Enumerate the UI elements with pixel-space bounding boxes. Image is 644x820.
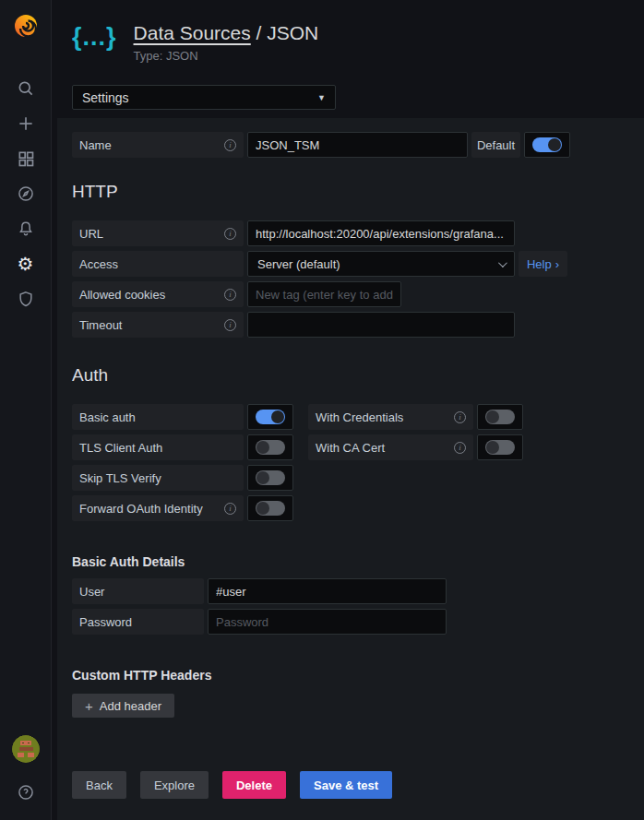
auth-section-heading: Auth: [72, 365, 629, 386]
plus-icon: +: [85, 698, 93, 714]
help-question-icon[interactable]: [7, 783, 44, 802]
create-plus-icon[interactable]: [7, 114, 44, 133]
user-label: User: [72, 578, 204, 604]
with-credentials-toggle[interactable]: [477, 404, 523, 430]
explore-button[interactable]: Explore: [140, 771, 209, 799]
grafana-logo-icon[interactable]: [7, 7, 44, 44]
caret-down-icon: ▼: [317, 93, 326, 102]
forward-oauth-identity-toggle[interactable]: [247, 495, 293, 521]
datasource-type-subtitle: Type: JSON: [134, 49, 319, 63]
chevron-down-icon: [498, 258, 507, 267]
auth-row-3: Skip TLS Verify: [72, 465, 629, 491]
auth-row-2: TLS Client Auth With CA Cert i: [72, 434, 629, 460]
info-icon[interactable]: i: [224, 139, 236, 151]
default-toggle[interactable]: [524, 132, 570, 158]
name-input[interactable]: [247, 132, 468, 158]
user-row: User: [72, 578, 629, 604]
user-input[interactable]: [208, 578, 447, 604]
back-button[interactable]: Back: [72, 771, 126, 799]
auth-row-1: Basic auth With Credentials i: [72, 404, 629, 430]
breadcrumb-link-data-sources[interactable]: Data Sources: [134, 22, 251, 43]
access-selected-value: Server (default): [257, 257, 340, 271]
alerting-bell-icon[interactable]: [7, 220, 44, 238]
settings-tab-label: Settings: [82, 90, 129, 105]
http-section-heading: HTTP: [72, 182, 629, 202]
skip-tls-verify-label: Skip TLS Verify: [72, 465, 244, 491]
url-input[interactable]: [247, 220, 515, 246]
password-input[interactable]: [208, 609, 447, 635]
info-icon[interactable]: i: [224, 228, 236, 240]
dashboards-grid-icon[interactable]: [7, 149, 44, 168]
basic-auth-label: Basic auth: [72, 404, 244, 430]
delete-button[interactable]: Delete: [222, 771, 286, 799]
breadcrumb: Data Sources / JSON: [134, 22, 319, 44]
basic-auth-toggle[interactable]: [247, 404, 293, 430]
page-header: {...} Data Sources / JSON Type: JSON: [52, 0, 644, 63]
breadcrumb-separator: /: [251, 22, 268, 43]
help-button[interactable]: Help ›: [519, 251, 567, 277]
action-bar: Back Explore Delete Save & test: [72, 771, 629, 799]
configuration-gear-icon[interactable]: ⚙: [7, 255, 44, 273]
url-label: URL i: [72, 220, 244, 246]
tls-client-auth-label: TLS Client Auth: [72, 434, 244, 460]
access-label: Access: [72, 251, 244, 277]
info-icon[interactable]: i: [224, 503, 236, 515]
timeout-input[interactable]: [247, 312, 515, 338]
url-row: URL i: [72, 220, 629, 246]
chevron-right-icon: ›: [555, 257, 559, 271]
breadcrumb-current: JSON: [267, 22, 318, 43]
info-icon[interactable]: i: [454, 411, 466, 423]
allowed-cookies-label: Allowed cookies i: [72, 281, 244, 307]
allowed-cookies-input[interactable]: [247, 281, 401, 307]
default-label: Default: [471, 132, 520, 158]
custom-http-headers-heading: Custom HTTP Headers: [72, 668, 629, 683]
user-avatar[interactable]: [12, 735, 40, 763]
password-row: Password: [72, 609, 629, 635]
with-credentials-label: With Credentials i: [308, 404, 473, 430]
timeout-row: Timeout i: [72, 312, 629, 338]
with-ca-cert-toggle[interactable]: [477, 434, 523, 460]
settings-tab-select[interactable]: Settings ▼: [72, 85, 336, 110]
info-icon[interactable]: i: [224, 289, 236, 301]
auth-row-4: Forward OAuth Identity i: [72, 495, 629, 521]
timeout-label: Timeout i: [72, 312, 244, 338]
access-row: Access Server (default) Help ›: [72, 251, 629, 277]
info-icon[interactable]: i: [454, 442, 466, 454]
settings-panel: Name i Default HTTP URL i Access: [57, 118, 644, 820]
info-icon[interactable]: i: [224, 319, 236, 331]
forward-oauth-identity-label: Forward OAuth Identity i: [72, 495, 244, 521]
access-select[interactable]: Server (default): [247, 251, 515, 277]
main-content: {...} Data Sources / JSON Type: JSON Set…: [52, 0, 644, 820]
server-admin-shield-icon[interactable]: [7, 290, 44, 308]
skip-tls-verify-toggle[interactable]: [247, 465, 293, 491]
name-row: Name i Default: [72, 132, 629, 158]
tls-client-auth-toggle[interactable]: [247, 434, 293, 460]
explore-compass-icon[interactable]: [7, 184, 44, 203]
name-label: Name i: [72, 132, 244, 158]
add-header-button[interactable]: + Add header: [72, 694, 174, 718]
sidebar: ⚙: [0, 0, 52, 820]
search-icon[interactable]: [7, 79, 44, 98]
password-label: Password: [72, 609, 204, 635]
with-ca-cert-label: With CA Cert i: [308, 434, 473, 460]
allowed-cookies-row: Allowed cookies i: [72, 281, 629, 307]
save-and-test-button[interactable]: Save & test: [300, 771, 392, 799]
basic-auth-details-heading: Basic Auth Details: [72, 554, 629, 569]
json-datasource-icon: {...}: [72, 20, 117, 53]
